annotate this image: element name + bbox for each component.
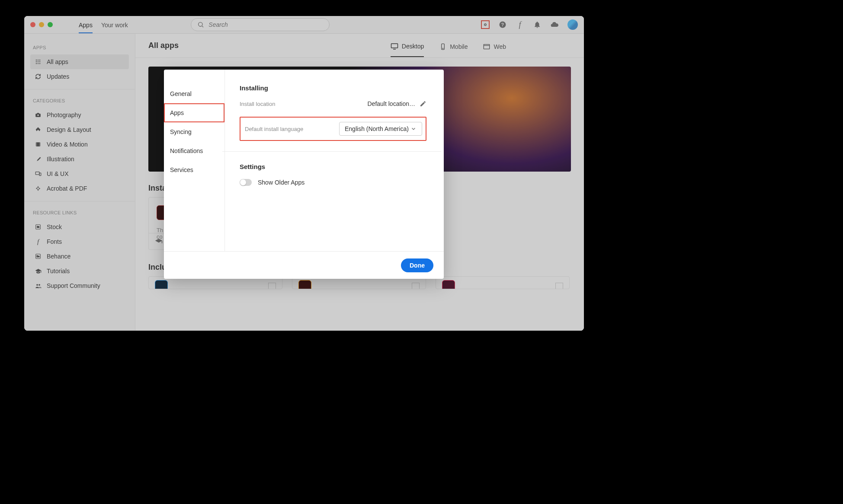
search-input[interactable] xyxy=(208,21,324,28)
install-location-label: Install location xyxy=(240,101,275,107)
svg-point-28 xyxy=(443,48,443,48)
sidebar-item-behance[interactable]: Be Behance xyxy=(30,249,129,264)
tab-apps[interactable]: Apps xyxy=(79,16,93,33)
svg-rect-25 xyxy=(391,44,397,48)
svg-rect-15 xyxy=(36,142,37,146)
illustrator-badge-icon xyxy=(298,280,311,289)
pref-tab-services[interactable]: Services xyxy=(164,160,224,179)
sidebar-divider xyxy=(24,201,135,201)
svg-point-7 xyxy=(36,61,37,62)
pref-tab-notifications[interactable]: Notifications xyxy=(164,141,224,160)
show-older-apps-label: Show Older Apps xyxy=(258,179,305,186)
sidebar-item-label: Support Community xyxy=(47,282,100,289)
svg-point-11 xyxy=(38,63,38,64)
sidebar-item-label: Updates xyxy=(47,73,69,80)
svg-point-12 xyxy=(39,63,40,64)
page-header: All apps Desktop Mobile xyxy=(135,34,584,58)
page-title: All apps xyxy=(148,41,179,50)
sidebar-item-acrobat-pdf[interactable]: Acrobat & PDF xyxy=(30,181,129,196)
svg-rect-16 xyxy=(39,142,40,146)
sidebar-item-label: Tutorials xyxy=(47,268,70,274)
close-window-button[interactable] xyxy=(30,22,35,27)
window-controls xyxy=(30,22,53,27)
svg-point-24 xyxy=(38,284,40,286)
svg-point-10 xyxy=(36,63,37,64)
camera-icon xyxy=(35,112,42,118)
desktop-icon xyxy=(391,42,398,50)
installing-title: Installing xyxy=(240,84,426,92)
sidebar-item-video-motion[interactable]: Video & Motion xyxy=(30,137,129,152)
mobile-icon xyxy=(439,43,446,50)
open-external-icon xyxy=(555,283,563,289)
zoom-window-button[interactable] xyxy=(48,22,53,27)
svg-rect-29 xyxy=(484,44,490,49)
sidebar-item-updates[interactable]: Updates xyxy=(30,69,129,84)
default-install-language-row: Default install language English (North … xyxy=(240,117,426,141)
preferences-divider xyxy=(222,151,441,152)
top-icons: ? f xyxy=(481,19,578,30)
preferences-sidebar: General Apps Syncing Notifications Servi… xyxy=(164,70,225,251)
graduation-cap-icon xyxy=(35,268,42,274)
pref-tab-general[interactable]: General xyxy=(164,84,224,103)
sidebar-item-label: Acrobat & PDF xyxy=(47,185,87,192)
sidebar-item-label: Fonts xyxy=(47,238,62,245)
edit-icon[interactable] xyxy=(420,100,426,107)
language-select[interactable]: English (North America) xyxy=(339,122,422,136)
open-external-icon xyxy=(412,283,420,289)
sidebar-section-categories: CATEGORIES xyxy=(30,95,129,108)
sidebar-item-label: Photography xyxy=(47,112,81,118)
behance-icon: Be xyxy=(35,253,42,260)
svg-point-9 xyxy=(39,61,40,62)
notifications-icon[interactable] xyxy=(533,20,542,29)
photoshop-badge-icon xyxy=(155,280,168,289)
sidebar-item-design-layout[interactable]: Design & Layout xyxy=(30,122,129,137)
language-select-value: English (North America) xyxy=(345,125,409,132)
fonts-icon[interactable]: f xyxy=(516,20,524,29)
open-external-icon xyxy=(268,283,276,289)
sidebar-item-photography[interactable]: Photography xyxy=(30,108,129,122)
sidebar-item-tutorials[interactable]: Tutorials xyxy=(30,264,129,278)
pen-nib-icon xyxy=(35,126,42,133)
sidebar-item-ui-ux[interactable]: UI & UX xyxy=(30,166,129,181)
app-card-id[interactable] xyxy=(436,276,570,289)
sidebar-item-fonts[interactable]: f Fonts xyxy=(30,234,129,249)
gear-icon[interactable] xyxy=(481,20,490,29)
show-older-apps-toggle[interactable] xyxy=(240,179,252,186)
tab-web[interactable]: Web xyxy=(483,35,506,57)
sidebar-item-all-apps[interactable]: All apps xyxy=(30,54,129,69)
fonts-icon: f xyxy=(35,238,42,245)
preferences-content: Installing Install location Default loca… xyxy=(225,70,444,251)
platform-tabs: Desktop Mobile Web xyxy=(391,35,506,57)
tab-mobile[interactable]: Mobile xyxy=(439,35,468,57)
preferences-dialog: General Apps Syncing Notifications Servi… xyxy=(164,70,444,279)
done-button[interactable]: Done xyxy=(401,258,433,272)
pref-tab-apps[interactable]: Apps xyxy=(164,103,224,122)
search-field[interactable] xyxy=(191,18,330,31)
svg-text:Be: Be xyxy=(37,255,40,258)
default-install-language-label: Default install language xyxy=(245,126,303,132)
sidebar-item-support-community[interactable]: Support Community xyxy=(30,278,129,293)
sidebar-item-label: UI & UX xyxy=(47,170,69,177)
sidebar-divider xyxy=(24,89,135,89)
help-icon[interactable]: ? xyxy=(498,20,507,29)
cloud-icon[interactable] xyxy=(550,20,559,29)
tab-desktop[interactable]: Desktop xyxy=(391,35,424,57)
chevron-down-icon xyxy=(410,126,417,132)
install-location-row: Install location Default location… xyxy=(240,100,426,107)
people-icon xyxy=(35,282,42,289)
tab-label: Mobile xyxy=(450,43,468,50)
avatar[interactable] xyxy=(567,19,578,30)
preferences-body: General Apps Syncing Notifications Servi… xyxy=(164,70,444,251)
minimize-window-button[interactable] xyxy=(39,22,44,27)
svg-point-23 xyxy=(36,284,38,286)
pref-tab-syncing[interactable]: Syncing xyxy=(164,122,224,141)
svg-point-13 xyxy=(37,115,39,116)
tab-label: Desktop xyxy=(402,43,424,50)
tab-your-work[interactable]: Your work xyxy=(101,16,128,33)
show-older-apps-row: Show Older Apps xyxy=(240,179,426,186)
svg-text:St: St xyxy=(37,226,39,228)
sidebar-item-illustration[interactable]: Illustration xyxy=(30,152,129,166)
nav-tabs: Apps Your work xyxy=(79,16,128,33)
acrobat-icon xyxy=(35,185,42,192)
sidebar-item-stock[interactable]: St Stock xyxy=(30,220,129,234)
